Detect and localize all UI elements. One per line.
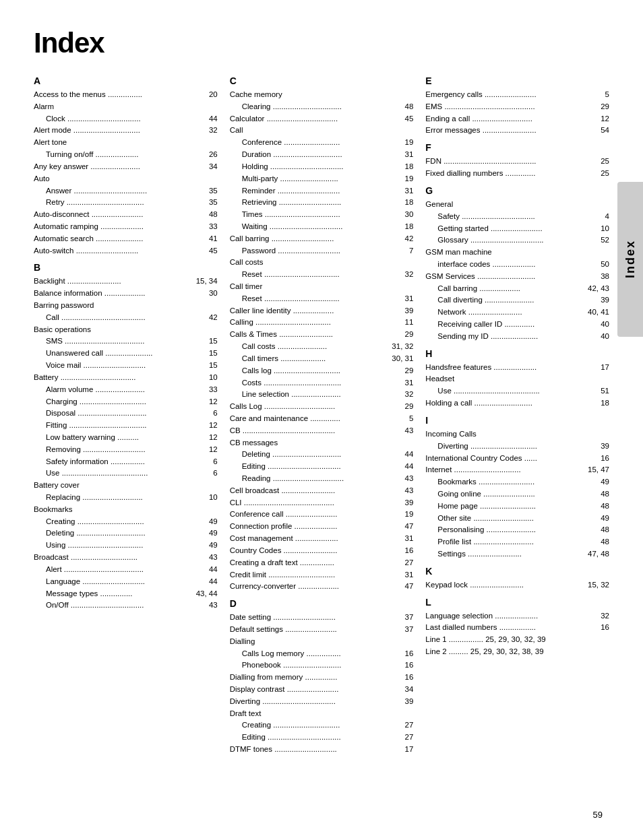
- entry-page: 41: [197, 233, 218, 245]
- list-item: Call timers .....................30, 31: [230, 353, 414, 365]
- list-item: Calls Log ..............................…: [230, 401, 414, 413]
- entry-page: 16: [589, 453, 609, 465]
- entry-label: Phonebook ...........................: [242, 659, 394, 672]
- entry-page: 29: [393, 365, 413, 377]
- entry-page: 15: [197, 348, 218, 360]
- entry-label: Call diverting .......................: [437, 294, 589, 306]
- entry-label: Creating ...............................: [46, 516, 197, 528]
- list-item: Holding ................................…: [230, 161, 414, 173]
- list-item: Reading ................................…: [230, 473, 414, 485]
- entry-page: 44: [197, 113, 218, 125]
- entry-label: Call: [230, 125, 414, 137]
- entry-label: Ending a call ..........................…: [425, 113, 589, 125]
- entry-page: 10: [589, 223, 609, 235]
- list-item: Auto-disconnect ........................…: [34, 209, 218, 221]
- entry-label: Glossary ...............................…: [437, 234, 589, 247]
- section-letter-d: D: [230, 598, 414, 609]
- list-item: Personalising .......................48: [425, 524, 609, 536]
- list-item: Password .............................7: [230, 245, 414, 257]
- entry-label: Default settings .......................…: [230, 624, 394, 636]
- list-item: Settings .........................47, 48: [425, 548, 609, 560]
- entry-page: 37: [393, 624, 413, 636]
- list-item: EMS ....................................…: [425, 101, 609, 113]
- entry-label: Line 1 ................ 25, 29, 30, 32, …: [425, 634, 609, 646]
- list-item: Caller line identity ...................…: [230, 305, 414, 317]
- list-item: Phonebook ...........................16: [230, 659, 414, 672]
- entry-page: 49: [589, 513, 609, 525]
- list-item: Credit limit ...........................…: [230, 569, 414, 581]
- list-item: Headset: [425, 373, 609, 385]
- entry-label: Currency-converter ...................: [230, 581, 394, 593]
- list-item: Low battery warning ..........12: [34, 432, 218, 444]
- entry-page: 30: [393, 209, 413, 221]
- entry-label: Broadcast ..............................…: [34, 552, 197, 564]
- list-item: Alarm volume .......................33: [34, 384, 218, 396]
- list-item: Other site ............................4…: [425, 513, 609, 525]
- entry-page: 15, 47: [588, 464, 609, 476]
- list-item: Call barring ...................42, 43: [425, 283, 609, 295]
- list-item: Creating ...............................…: [230, 719, 414, 732]
- list-item: Glossary ...............................…: [425, 234, 609, 247]
- list-item: Dialling: [230, 636, 414, 648]
- list-item: Diverting ..............................…: [230, 696, 414, 708]
- entry-label: Calculator .............................…: [230, 113, 394, 125]
- list-item: Calling ................................…: [230, 317, 414, 329]
- entry-label: Automatic ramping ....................: [34, 221, 197, 233]
- list-item: Language selection ....................3…: [425, 610, 609, 622]
- list-item: Fitting ................................…: [34, 420, 218, 432]
- entry-label: Call barring ...........................…: [230, 233, 394, 245]
- entry-page: 19: [393, 137, 413, 149]
- entry-label: Network .........................: [437, 306, 588, 319]
- list-item: Default settings .......................…: [230, 624, 414, 636]
- list-item: Duration ...............................…: [230, 149, 414, 161]
- entry-label: International Country Codes ......: [425, 453, 589, 465]
- entry-label: Alarm volume .......................: [46, 384, 197, 396]
- page-number: 59: [593, 810, 603, 820]
- section-letter-e: E: [425, 75, 609, 86]
- entry-page: 52: [589, 234, 609, 247]
- entry-label: Backlight .........................: [34, 276, 196, 288]
- entry-page: 43, 44: [196, 588, 218, 600]
- entry-page: 31, 32: [392, 341, 413, 353]
- entry-label: Bookmarks: [34, 504, 218, 516]
- list-item: Getting started ........................…: [425, 223, 609, 235]
- entry-page: 4: [589, 211, 609, 223]
- entry-page: 11: [393, 317, 413, 329]
- list-item: GSM man machine: [425, 247, 609, 259]
- entry-page: 44: [197, 564, 218, 576]
- entry-label: Alert mode .............................…: [34, 125, 197, 137]
- section-letter-b: B: [34, 262, 218, 273]
- entry-page: 12: [589, 113, 609, 125]
- list-item: CLI ....................................…: [230, 497, 414, 509]
- entry-label: Waiting ................................…: [242, 221, 394, 233]
- list-item: Reset ..................................…: [230, 293, 414, 305]
- entry-page: 38: [589, 271, 609, 283]
- entry-page: 39: [393, 696, 413, 708]
- entry-page: 44: [393, 461, 413, 473]
- entry-page: 54: [589, 125, 609, 137]
- entry-label: Holding a call .........................…: [425, 397, 589, 410]
- list-item: Country Codes .........................1…: [230, 545, 414, 557]
- section-letter-g: G: [425, 185, 609, 196]
- entry-page: 16: [393, 545, 413, 557]
- entry-page: 40: [589, 319, 609, 331]
- page-title: Index: [34, 27, 609, 59]
- entry-page: 42, 43: [588, 283, 609, 295]
- entry-label: Safety information ................: [46, 456, 197, 468]
- list-item: Auto-switch ............................…: [34, 245, 218, 257]
- entry-label: Date setting ...........................…: [230, 612, 394, 624]
- list-item: Disposal ...............................…: [34, 408, 218, 420]
- entry-page: 43: [393, 485, 413, 497]
- list-item: Care and maintenance ..............5: [230, 413, 414, 425]
- list-item: Creating a draft text ................27: [230, 557, 414, 569]
- entry-label: Alarm: [34, 101, 218, 113]
- list-item: Line selection .......................32: [230, 389, 414, 401]
- entry-label: Retry ..................................…: [46, 197, 197, 209]
- entry-label: Deleting ...............................…: [242, 449, 394, 461]
- entry-label: Access to the menus ................: [34, 89, 197, 101]
- entry-page: 5: [589, 89, 609, 101]
- entry-page: 12: [197, 432, 218, 444]
- entry-label: Calls log ..............................…: [242, 365, 394, 377]
- sidebar-index-label: Index: [623, 240, 638, 278]
- list-item: Sending my ID ......................40: [425, 331, 609, 343]
